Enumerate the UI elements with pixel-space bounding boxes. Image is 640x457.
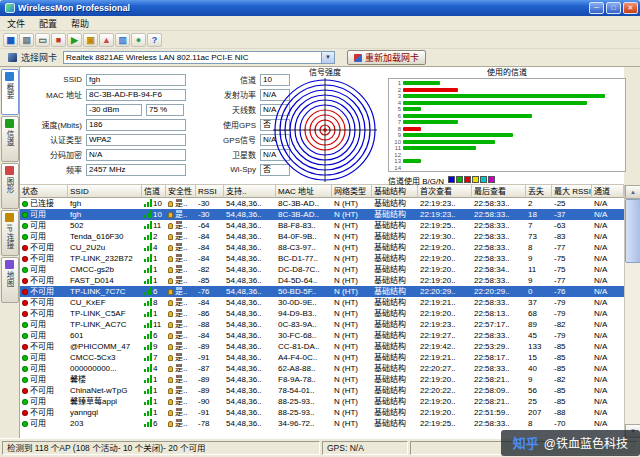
field-value: 2457 MHz: [86, 164, 186, 176]
sidebar-tab-IP连接[interactable]: IP连接: [1, 210, 19, 256]
cell-first-seen: 22:20:29..: [418, 286, 472, 297]
table-row[interactable]: 不可用TP-LINK_7C7C6是..-7654,48,36..50-BD-5F…: [20, 286, 624, 297]
column-header-1[interactable]: SSID: [68, 185, 142, 198]
cell-lost: 207: [526, 407, 552, 418]
cell-rssi: -91: [196, 407, 224, 418]
cell-infra: 基础结构: [372, 363, 418, 374]
cell-first-seen: 22:19:25..: [418, 220, 472, 231]
channels-icon[interactable]: ▥: [115, 33, 130, 47]
close-button[interactable]: ✕: [623, 2, 638, 14]
table-row[interactable]: 不可用ChinaNet-wTpG1是..-8954,48,36..78-54-0…: [20, 385, 624, 396]
cell-type: N (HT): [332, 297, 372, 308]
adapter-select[interactable]: Realtek 8821AE Wireless LAN 802.11ac PCI…: [63, 51, 335, 64]
cell-ssid: 502: [68, 220, 142, 231]
cell-security: 是..: [166, 341, 196, 352]
table-scrollbar[interactable]: ▲ ▼: [624, 185, 640, 438]
column-header-9[interactable]: 首次查看: [418, 185, 472, 198]
table-row[interactable]: 可用fgh10是..-3054,48,36..8C-3B-AD..N (HT)基…: [20, 209, 624, 220]
cell-lost: 9: [526, 275, 552, 286]
table-row[interactable]: 已连接fgh10是..-3054,48,36..8C-3B-AD..N (HT)…: [20, 198, 624, 209]
table-row[interactable]: 不可用CU_KxEF8是..-8454,48,36..30-0D-9E..N (…: [20, 297, 624, 308]
table-row[interactable]: 可用馨楼1是..-8954,48,36..F8-9A-78..N (HT)基础结…: [20, 374, 624, 385]
table-row[interactable]: 可用2036是..-7854,48,36..34-96-72..N (HT)基础…: [20, 418, 624, 429]
column-header-11[interactable]: 丢失: [526, 185, 552, 198]
cell-lost: 56: [526, 385, 552, 396]
cell-type: N (HT): [332, 418, 372, 429]
cell-rssi: -84: [196, 297, 224, 308]
cell-first-seen: 22:19:20..: [418, 396, 472, 407]
graph-icon[interactable]: ▲: [99, 33, 114, 47]
column-header-3[interactable]: 安全性: [166, 185, 196, 198]
print-icon[interactable]: ▭: [35, 33, 50, 47]
status-dot-icon: [22, 201, 28, 207]
column-header-0[interactable]: 状态: [20, 185, 68, 198]
table-row[interactable]: 不可用@PHICOMM_479是..-8954,48,36..CC-81-DA.…: [20, 341, 624, 352]
cell-infra: 基础结构: [372, 319, 418, 330]
cell-max-rssi: -63: [552, 220, 592, 231]
cell-channel: 1: [142, 308, 166, 319]
save-icon[interactable]: ▦: [3, 33, 18, 47]
column-header-10[interactable]: 最后查看: [472, 185, 526, 198]
export-icon[interactable]: ▤: [19, 33, 34, 47]
sidebar-tab-地图[interactable]: 地图: [1, 257, 19, 303]
app-window: WirelessMon Professional ─ □ ✕ 文件配置帮助 ▦▤…: [0, 0, 640, 457]
sidebar-tab-图形[interactable]: 图形: [1, 163, 19, 209]
table-row[interactable]: 可用馨臻草莓appl1是..-9054,48,36..88-25-93..N (…: [20, 396, 624, 407]
menu-item-1[interactable]: 配置: [32, 17, 64, 30]
table-row[interactable]: 可用000000000...4是..-8754,48,36..62-A8-88.…: [20, 363, 624, 374]
menu-item-0[interactable]: 文件: [0, 17, 32, 30]
table-row[interactable]: 可用6016是..-8454,48,36..30-FC-68..N (HT)基础…: [20, 330, 624, 341]
column-header-8[interactable]: 基础结构: [372, 185, 418, 198]
tab-label: IP连接: [4, 224, 15, 250]
channel-tick-label: 14: [391, 165, 401, 171]
summary-icon[interactable]: ▣: [83, 33, 98, 47]
start-icon[interactable]: ▶: [67, 33, 82, 47]
summary-field: 认证类型WPA2: [24, 132, 214, 147]
cell-security: 是..: [166, 286, 196, 297]
menu-item-2[interactable]: 帮助: [64, 17, 96, 30]
table-row[interactable]: 可用CMCC-gs2b1是..-8254,48,36..DC-D8-7C..N …: [20, 264, 624, 275]
table-row[interactable]: 不可用TP-LINK_232B721是..-8454,48,36..BC-D1-…: [20, 253, 624, 264]
cell-status: 可用: [20, 352, 68, 363]
column-header-12[interactable]: 最大 RSSI: [552, 185, 592, 198]
column-header-13[interactable]: 通道: [592, 185, 624, 198]
watermark: 知乎 @铁血蓝色科技: [501, 430, 640, 456]
column-header-6[interactable]: MAC 地址: [276, 185, 332, 198]
table-row[interactable]: 不可用TP-LINK_C5AF1是..-8654,48,36..94-D9-B3…: [20, 308, 624, 319]
maximize-button[interactable]: □: [606, 2, 621, 14]
table-row[interactable]: 可用TP-LINK_AC7C11是..-8854,48,36..0C-83-9A…: [20, 319, 624, 330]
table-row[interactable]: 不可用FAST_D0141是..-8554,48,36..D4-5D-64..N…: [20, 275, 624, 286]
cell-extra: N/A: [592, 330, 624, 341]
cell-type: N (HT): [332, 198, 372, 209]
reload-adapter-button[interactable]: 重新加载网卡: [347, 50, 426, 65]
map-icon[interactable]: ●: [131, 33, 146, 47]
column-header-7[interactable]: 网络类型: [332, 185, 372, 198]
scrollbar-thumb[interactable]: [625, 199, 640, 263]
cell-status: 可用: [20, 209, 68, 220]
sidebar-tab-信道[interactable]: 信道: [1, 116, 19, 162]
table-row[interactable]: 可用CMCC-5Cx37是..-9154,48,36..A4-F4-0C..N …: [20, 352, 624, 363]
table-row[interactable]: 可用Tenda_616F302是..-8454,48,36..B4-0F-9B.…: [20, 231, 624, 242]
table-row[interactable]: 不可用yanngql1是..-9154,48,36..88-25-93..N (…: [20, 407, 624, 418]
legend-swatch: [480, 176, 487, 183]
cell-ssid: 203: [68, 418, 142, 429]
channels-chart-title: 使用的信道: [388, 68, 626, 78]
cell-status: 可用: [20, 231, 68, 242]
cell-extra: N/A: [592, 231, 624, 242]
column-header-5[interactable]: 支持..: [224, 185, 276, 198]
column-header-2[interactable]: 信道: [142, 185, 166, 198]
table-row[interactable]: 可用50211是..-6454,48,36..B8-F8-83..N (HT)基…: [20, 220, 624, 231]
column-header-4[interactable]: RSSI: [196, 185, 224, 198]
dropdown-arrow-icon[interactable]: ▼: [321, 52, 334, 63]
help-icon[interactable]: ?: [147, 33, 162, 47]
scroll-up-icon[interactable]: ▲: [625, 185, 640, 199]
minimize-button[interactable]: ─: [589, 2, 604, 14]
cell-extra: N/A: [592, 407, 624, 418]
sidebar-tab-概要[interactable]: 概要: [1, 69, 19, 115]
cell-infra: 基础结构: [372, 209, 418, 220]
stop-icon[interactable]: ■: [51, 33, 66, 47]
cell-rates: 54,48,36..: [224, 418, 276, 429]
table-row[interactable]: 不可用CU_2U2u4是..-8454,48,36..88-C3-97..N (…: [20, 242, 624, 253]
cell-last-seen: 22:58:33..: [472, 330, 526, 341]
cell-status: 不可用: [20, 385, 68, 396]
